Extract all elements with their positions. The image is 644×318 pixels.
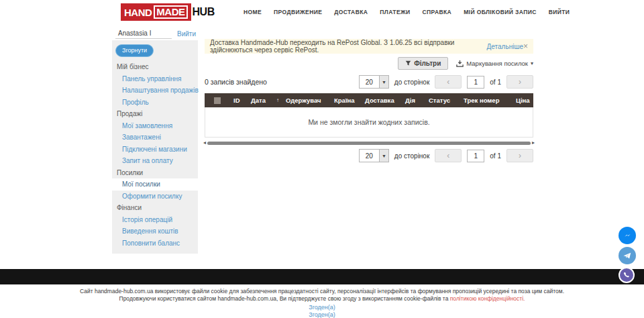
parcel-marking-label: Маркування посилок [466,60,528,67]
empty-records-message: Ми не змогли знайти жодних записів. [308,118,429,126]
nav-item-home[interactable]: HOME [244,9,262,15]
chevron-left-icon: ‹ [447,151,449,160]
page-number-input[interactable]: 1 [467,76,484,89]
cookie-notice-line2-text: Продовжуючи користуватися сайтом handmad… [119,295,450,302]
chevron-right-icon: › [519,77,521,87]
header-cell-country[interactable]: Країна [330,97,361,104]
table-empty-body: Ми не змогли знайти жодних записів. [205,107,533,138]
records-count: 0 записів знайдено [205,78,267,86]
chevron-right-icon: › [519,151,521,160]
select-arrow-icon: ▼ [379,76,388,88]
privacy-policy-link[interactable]: політикою конфіденційності. [450,295,525,302]
agree-link-1[interactable]: Згоден(а) [0,304,644,311]
sidebar-item-payment-request[interactable]: Запит на оплату [112,155,198,167]
logo-made-text: MADE [154,5,187,19]
sidebar-item-sales-settings[interactable]: Налаштування продажів [112,85,198,97]
page: HAND MADE HUB HOME ПРОДВИЖЕНИЕ ДОСТАВКА … [0,0,644,318]
sidebar-section-parcels: Посилки [112,167,198,179]
header-cell-track-number[interactable]: Трек номер [460,97,512,104]
table-header-row: ID Дата ↑ Одержувач Країна Доставка Дія … [205,93,533,107]
sidebar-item-my-orders[interactable]: Мої замовлення [112,120,198,132]
sidebar-item-dashboard[interactable]: Панель управління [112,73,198,85]
logo-hand-text: HAND [124,7,152,18]
user-logout-link[interactable]: Вийти [177,30,196,38]
sidebar-section-my-business: Мій бізнес [112,61,198,73]
per-page-value: 20 [360,76,379,88]
filters-button-label: Фільтри [414,60,441,67]
chevron-down-icon: ▾ [531,60,533,66]
sidebar-section-sales: Продажі [112,108,198,120]
horizontal-scrollbar: ◂ ▸ [203,140,535,146]
banner-details-link[interactable]: Детальніше [487,43,523,50]
sidebar-section-finance: Фінанси [112,202,198,214]
top-header: HAND MADE HUB HOME ПРОДВИЖЕНИЕ ДОСТАВКА … [0,0,644,24]
sidebar-item-connected-shops[interactable]: Підключені магазини [112,144,198,156]
sidebar-item-withdraw-funds[interactable]: Виведення коштів [112,225,198,237]
header-cell-price[interactable]: Ціна [512,97,533,104]
parcel-marking-dropdown[interactable]: Маркування посилок ▾ [456,60,533,67]
header-cell-action[interactable]: Дія [401,97,425,104]
filters-button[interactable]: Фільтри [398,57,448,70]
parcels-table: ID Дата ↑ Одержувач Країна Доставка Дія … [205,93,533,138]
nav-item-help[interactable]: СПРАВКА [423,9,452,15]
per-page-label: до сторінок [394,78,429,86]
prev-page-button[interactable]: ‹ [435,75,462,89]
cookie-notice-line1: Сайт handmade-hub.com.ua використовує фа… [0,288,644,295]
chevron-left-icon: ‹ [447,77,449,87]
scroll-left-icon[interactable]: ◂ [203,140,206,146]
select-arrow-icon: ▼ [379,150,388,162]
pagination-bottom: 20 ▼ до сторінок ‹ 1 of 1 › [205,149,533,162]
nav-item-my-account[interactable]: МІЙ ОБЛІКОВИЙ ЗАПИС [464,9,537,15]
cookie-notice-line2: Продовжуючи користуватися сайтом handmad… [0,295,644,303]
header-cell-status[interactable]: Статус [425,97,460,104]
per-page-select[interactable]: 20 ▼ [359,75,389,89]
nav-item-payments[interactable]: ПЛАТЕЖИ [380,9,410,15]
agree-link-2[interactable]: Згоден(а) [0,311,644,318]
page-number-input[interactable]: 1 [467,150,484,162]
header-cell-delivery[interactable]: Доставка [361,97,401,104]
per-page-select[interactable]: 20 ▼ [359,149,389,162]
telegram-icon[interactable] [619,247,636,264]
logo-hub-text: HUB [193,6,215,18]
toolbar: Фільтри Маркування посилок ▾ [205,56,533,70]
download-tray-icon [456,60,464,67]
prev-page-button[interactable]: ‹ [435,149,462,162]
footer: Сайт handmade-hub.com.ua використовує фа… [0,288,644,318]
sort-ascending-icon: ↑ [276,97,279,103]
scroll-right-icon[interactable]: ▸ [532,140,535,146]
sidebar-item-my-parcels[interactable]: Мої посилки [112,178,198,191]
sidebar-item-profile[interactable]: Профіль [112,97,198,109]
pagination-top: 20 ▼ до сторінок ‹ 1 of 1 › [359,75,533,89]
header-cell-date[interactable]: Дата ↑ [247,97,282,104]
nav-item-promotion[interactable]: ПРОДВИЖЕНИЕ [274,9,322,15]
results-row: 0 записів знайдено 20 ▼ до сторінок ‹ 1 … [205,74,533,90]
viber-icon[interactable] [619,267,635,283]
nav-item-delivery[interactable]: ДОСТАВКА [334,9,368,15]
footer-divider-bar [0,269,644,284]
next-page-button[interactable]: › [506,75,533,89]
handmade-hub-logo[interactable]: HAND MADE HUB [121,3,215,21]
sidebar-item-create-parcel[interactable]: Оформити посилку [112,191,198,203]
sidebar-item-uploaded[interactable]: Завантажені [112,131,198,144]
messenger-icon[interactable] [619,227,636,244]
collapse-button[interactable]: Згорнути [115,44,154,57]
header-date-label: Дата [251,97,266,104]
sidebar-item-operations-history[interactable]: Історія операцій [112,214,198,226]
top-nav: HOME ПРОДВИЖЕНИЕ ДОСТАВКА ПЛАТЕЖИ СПРАВК… [244,0,570,24]
notification-banner: Доставка Handmade-Hub переходить на RePo… [205,39,533,54]
chat-widgets [619,227,636,286]
per-page-value: 20 [360,150,379,162]
user-name-input[interactable]: Anastasia I [115,29,172,39]
header-cell-id[interactable]: ID [229,97,247,104]
next-page-button[interactable]: › [506,149,533,162]
close-icon[interactable]: × [523,42,528,51]
header-cell-recipient[interactable]: Одержувач [282,97,330,104]
select-all-checkbox[interactable] [214,97,221,104]
scrollbar-thumb[interactable] [207,142,531,145]
logo-red-box: HAND MADE [121,3,191,21]
filter-funnel-icon [405,60,411,66]
sidebar: Згорнути Мій бізнес Панель управління На… [112,40,198,254]
user-row: Anastasia I Вийти [115,28,196,39]
nav-item-logout[interactable]: ВИЙТИ [549,9,570,15]
sidebar-item-top-up-balance[interactable]: Поповнити баланс [112,237,198,250]
